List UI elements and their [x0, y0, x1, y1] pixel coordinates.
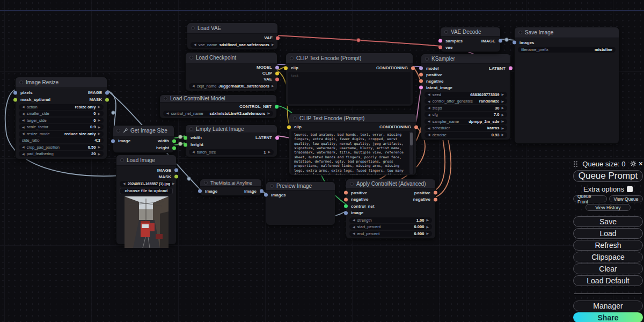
output-slot-latent[interactable]	[509, 67, 513, 70]
collapse-dot-icon[interactable]	[19, 80, 23, 84]
prompt-textarea[interactable]: lowres, bad anatomy, bad hands, text, er…	[291, 131, 414, 174]
share-button[interactable]: Share	[573, 312, 643, 322]
node-header[interactable]: CLIP Text Encode (Prompt)	[289, 114, 416, 123]
node-image-resize[interactable]: Image Resize pixels IMAGE mask_optional …	[15, 77, 107, 159]
node-anyline[interactable]: TheMisto.ai Anyline image image	[200, 179, 262, 196]
node-clip-text-encode-positive[interactable]: CLIP Text Encode (Prompt) clip CONDITION…	[286, 53, 413, 106]
output-slot-negative[interactable]	[434, 197, 437, 201]
collapse-dot-icon[interactable]	[425, 57, 429, 61]
node-save-image[interactable]: Save Image images filename_prefix mistol…	[514, 27, 619, 144]
output-slot-model[interactable]	[275, 65, 279, 69]
increment-icon[interactable]	[268, 150, 270, 153]
widget-action[interactable]: action resize only	[19, 104, 104, 110]
increment-icon[interactable]	[98, 119, 100, 122]
input-slot-clip[interactable]	[284, 66, 288, 70]
increment-icon[interactable]	[98, 132, 100, 135]
next-option-icon[interactable]	[272, 43, 274, 46]
previous-option-icon[interactable]	[194, 43, 196, 46]
output-slot-mask[interactable]	[174, 175, 178, 179]
collapse-dot-icon[interactable]	[191, 26, 195, 30]
input-slot-negative[interactable]	[344, 197, 348, 201]
input-slot-image[interactable]	[344, 211, 348, 215]
widget-scale-factor[interactable]: scale_factor 0.9	[19, 124, 104, 130]
node-header[interactable]: KSampler	[421, 54, 510, 64]
drag-handle-icon[interactable]	[573, 160, 578, 167]
node-load-image[interactable]: Load Image IMAGE MASK 20240511-165557 (1…	[116, 155, 177, 245]
collapse-dot-icon[interactable]	[350, 182, 354, 186]
node-header[interactable]: Load Checkpoint	[186, 53, 277, 63]
input-slot-positive[interactable]	[419, 73, 423, 77]
next-option-icon[interactable]	[501, 100, 504, 103]
widget-cfg[interactable]: cfg 7.0	[425, 112, 507, 118]
reroute-dot[interactable]	[505, 38, 509, 42]
node-preview-image[interactable]: Preview Image images	[266, 181, 335, 225]
widget-denoise[interactable]: denoise 0.93	[425, 132, 507, 138]
widget-sampler-name[interactable]: sampler_name dpmpp_2m_sde	[425, 119, 507, 125]
close-icon[interactable]	[639, 160, 643, 167]
input-slot-positive[interactable]	[344, 191, 348, 195]
widget-seed[interactable]: seed 6883025773539	[425, 92, 507, 98]
previous-file-icon[interactable]	[123, 182, 126, 185]
output-slot-control-net[interactable]	[275, 105, 279, 108]
node-empty-latent-image[interactable]: Empty Latent Image width LATENT height b…	[185, 125, 277, 157]
collapse-dot-icon[interactable]	[189, 56, 193, 60]
gear-icon[interactable]	[630, 160, 636, 167]
node-load-controlnet[interactable]: Load ControlNet Model CONTROL_NET contro…	[159, 94, 277, 119]
node-header[interactable]: Load ControlNet Model	[160, 95, 276, 103]
previous-option-icon[interactable]	[428, 100, 430, 103]
collapse-dot-icon[interactable]	[164, 97, 167, 100]
widget-start-percent[interactable]: start_percent 0.000	[349, 224, 432, 230]
node-header[interactable]: VAE Decode	[441, 27, 500, 36]
increment-icon[interactable]	[98, 145, 100, 149]
input-slot-negative[interactable]	[419, 79, 423, 83]
increment-icon[interactable]	[426, 218, 429, 222]
node-header[interactable]: Load Image	[116, 155, 176, 166]
widget-smaller-side[interactable]: smaller_side 0	[19, 111, 104, 116]
increment-icon[interactable]	[98, 126, 100, 129]
reroute-dot[interactable]	[112, 111, 115, 115]
load-button[interactable]: Load	[573, 228, 643, 239]
decrement-icon[interactable]	[353, 225, 355, 229]
textarea-scrollbar[interactable]	[409, 131, 413, 174]
node-header[interactable]: Save Image	[515, 27, 619, 38]
output-slot-width[interactable]	[172, 139, 176, 143]
decrement-icon[interactable]	[192, 150, 195, 153]
decrement-icon[interactable]	[22, 105, 25, 108]
next-option-icon[interactable]	[267, 112, 270, 115]
queue-panel-header[interactable]: Queue size: 0	[573, 159, 643, 169]
next-option-icon[interactable]	[272, 84, 274, 87]
previous-option-icon[interactable]	[166, 112, 169, 115]
scrollbar-thumb[interactable]	[410, 133, 413, 145]
next-option-icon[interactable]	[501, 120, 504, 123]
decrement-icon[interactable]	[428, 93, 430, 96]
collapse-dot-icon[interactable]	[189, 127, 193, 131]
collapse-dot-icon[interactable]	[120, 158, 124, 162]
widget-image-file-combo[interactable]: 20240511-165557 (1).jpg	[120, 181, 173, 187]
input-slot-height[interactable]	[184, 143, 187, 147]
save-button[interactable]: Save	[573, 216, 643, 227]
node-header[interactable]: CLIP Text Encode (Prompt)	[286, 53, 413, 64]
increment-icon[interactable]	[98, 152, 100, 156]
widget-batch-size[interactable]: batch_size 1	[189, 149, 274, 155]
previous-option-icon[interactable]	[428, 127, 430, 130]
reroute-dot[interactable]	[178, 135, 182, 138]
node-vae-decode[interactable]: VAE Decode samples IMAGE vae	[440, 27, 501, 52]
collapse-dot-icon[interactable]	[293, 116, 297, 120]
output-slot-image[interactable]	[174, 169, 178, 172]
queue-prompt-button[interactable]: Queue Prompt	[573, 170, 643, 182]
decrement-icon[interactable]	[22, 145, 25, 149]
node-header[interactable]: Empty Latent Image	[186, 125, 277, 133]
output-slot-conditioning[interactable]	[411, 66, 415, 70]
extra-options-checkbox[interactable]	[627, 186, 633, 192]
node-header[interactable]: Apply ControlNet (Advanced)	[346, 179, 435, 188]
input-slot-latent-image[interactable]	[419, 86, 423, 90]
output-slot-vae[interactable]	[275, 77, 279, 81]
next-option-icon[interactable]	[501, 127, 504, 130]
decrement-icon[interactable]	[353, 232, 355, 235]
collapse-dot-icon[interactable]	[290, 56, 294, 60]
node-header[interactable]: Get Image Size	[113, 126, 174, 136]
widget-filename-prefix[interactable]: filename_prefix mistoline	[518, 47, 616, 53]
decrement-icon[interactable]	[22, 112, 25, 115]
view-history-button[interactable]: View History	[586, 204, 631, 211]
node-load-checkpoint[interactable]: Load Checkpoint MODEL CLIP VAE ckpt_name…	[185, 52, 277, 91]
